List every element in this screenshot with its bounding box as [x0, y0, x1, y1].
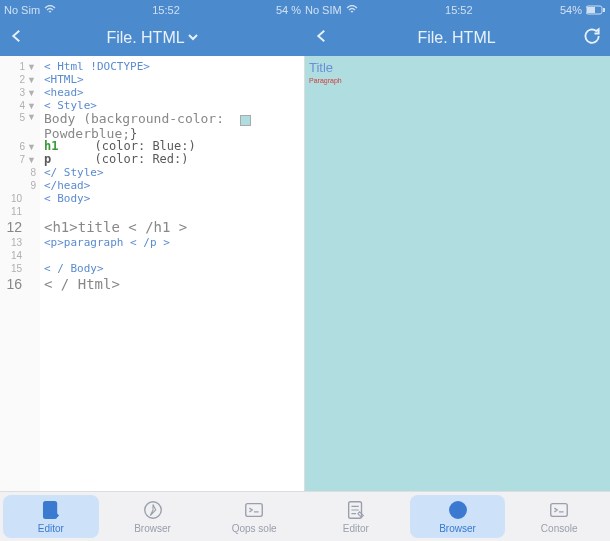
code-line[interactable]: < Html !DOCTYPE> — [44, 60, 302, 73]
wifi-icon — [346, 5, 358, 15]
fold-icon[interactable]: ▼ — [27, 75, 36, 85]
carrier-right: No SIM — [305, 4, 342, 16]
code-line[interactable]: <head> — [44, 86, 302, 99]
console-icon — [243, 499, 265, 521]
fold-icon[interactable]: ▼ — [27, 112, 36, 122]
code-line[interactable]: <h1>title < /h1 > — [44, 218, 302, 236]
code-line[interactable]: < / Body> — [44, 262, 302, 275]
fold-icon[interactable]: ▼ — [27, 62, 36, 72]
line-number: 14 — [11, 250, 22, 261]
tab-console2[interactable]: Console — [511, 495, 607, 538]
line-number: 13 — [11, 237, 22, 248]
fold-icon[interactable]: ▼ — [27, 101, 36, 111]
fold-icon[interactable]: ▼ — [27, 88, 36, 98]
color-swatch — [240, 115, 251, 126]
editor-icon — [40, 499, 62, 521]
svg-rect-2 — [603, 8, 605, 12]
line-number: 16 — [6, 275, 22, 293]
code-editor-pane[interactable]: 1▼2▼3▼4▼5▼6▼7▼8910111213141516 < Html !D… — [0, 56, 305, 491]
chevron-down-icon — [187, 31, 199, 46]
line-number: 8 — [30, 167, 36, 178]
file-title-dropdown[interactable]: File. HTML — [106, 29, 198, 47]
tab-browser2[interactable]: Browser — [410, 495, 506, 538]
line-number: 12 — [6, 218, 22, 236]
line-number: 2 — [20, 74, 26, 85]
tab-label: Console — [541, 523, 578, 534]
line-number: 3 — [20, 87, 26, 98]
bottom-tab-bar: EditorBrowserQops soleEditorBrowserConso… — [0, 491, 610, 541]
nav-bar-left: File. HTML — [0, 20, 305, 56]
carrier-left: No Sim — [4, 4, 40, 16]
line-number: 4 — [20, 100, 26, 111]
code-line[interactable]: Body (background-color: Powderblue;} — [44, 112, 302, 140]
tab-label: Browser — [134, 523, 171, 534]
console-icon — [548, 499, 570, 521]
browser-preview-pane[interactable]: Title Paragraph — [305, 56, 610, 491]
tab-console[interactable]: Qops sole — [206, 495, 302, 538]
code-line[interactable]: </head> — [44, 179, 302, 192]
line-number: 15 — [11, 263, 22, 274]
line-number: 7 — [20, 154, 26, 165]
preview-paragraph: Paragraph — [309, 77, 606, 84]
back-button-right[interactable] — [313, 27, 331, 49]
battery-pct-right: 54% — [560, 4, 582, 16]
line-number: 9 — [30, 180, 36, 191]
tab-label: Editor — [343, 523, 369, 534]
code-line[interactable]: <HTML> — [44, 73, 302, 86]
svg-rect-5 — [246, 504, 263, 517]
refresh-button[interactable] — [582, 26, 602, 50]
battery-icon — [586, 5, 606, 15]
tab-label: Editor — [38, 523, 64, 534]
svg-rect-1 — [587, 7, 595, 13]
tab-label: Qops sole — [232, 523, 277, 534]
file-title-right: File. HTML — [417, 29, 495, 47]
tab-editor[interactable]: Editor — [3, 495, 99, 538]
code-line[interactable]: </ Style> — [44, 166, 302, 179]
status-bar: No Sim 15:52 54 % No SIM 15:52 54% — [0, 0, 610, 20]
code-line[interactable] — [44, 249, 302, 262]
preview-heading: Title — [309, 60, 606, 75]
fold-icon[interactable]: ▼ — [27, 155, 36, 165]
code-line[interactable] — [44, 205, 302, 218]
file-title-left: File. HTML — [106, 29, 184, 47]
code-line[interactable]: < / Html> — [44, 275, 302, 293]
svg-rect-8 — [551, 504, 568, 517]
line-number: 1 — [20, 61, 26, 72]
tab-editor2[interactable]: Editor — [308, 495, 404, 538]
back-button-left[interactable] — [8, 27, 26, 49]
compass-icon — [447, 499, 469, 521]
battery-pct-left: 54 % — [276, 4, 301, 16]
editor-icon — [345, 499, 367, 521]
tab-browser[interactable]: Browser — [105, 495, 201, 538]
tab-label: Browser — [439, 523, 476, 534]
line-number: 5 — [20, 112, 26, 123]
line-number: 10 — [11, 193, 22, 204]
compass-icon — [142, 499, 164, 521]
code-line[interactable]: < Body> — [44, 192, 302, 205]
code-line[interactable]: p (color: Red:) — [44, 153, 302, 166]
line-number: 11 — [11, 206, 22, 217]
code-line[interactable]: <p>paragraph < /p > — [44, 236, 302, 249]
wifi-icon — [44, 5, 56, 15]
fold-icon[interactable]: ▼ — [27, 142, 36, 152]
time-right: 15:52 — [445, 4, 473, 16]
time-left: 15:52 — [152, 4, 180, 16]
line-gutter: 1▼2▼3▼4▼5▼6▼7▼8910111213141516 — [0, 56, 40, 491]
line-number: 6 — [20, 141, 26, 152]
code-area[interactable]: < Html !DOCTYPE><HTML><head>< Style>Body… — [40, 56, 304, 491]
nav-bar-right: File. HTML — [305, 20, 610, 56]
